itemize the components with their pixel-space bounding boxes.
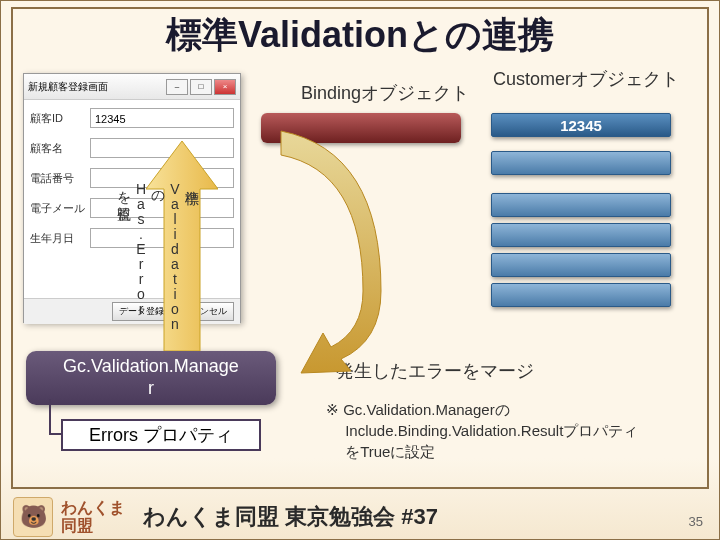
customer-id-field[interactable]: 12345	[90, 108, 234, 128]
field-label: 生年月日	[30, 231, 90, 246]
session-title: わんくま同盟 東京勉強会 #37	[143, 502, 438, 532]
customer-label: Customerオブジェクト	[493, 67, 679, 91]
field-label: 電子メール	[30, 201, 90, 216]
gc-validation-manager-box: Gc.Validation.Manage r	[26, 351, 276, 405]
tree-connector	[49, 433, 61, 435]
customer-field-box	[491, 223, 671, 247]
customer-field-box	[491, 151, 671, 175]
field-label: 顧客ID	[30, 111, 90, 126]
customer-field-box	[491, 253, 671, 277]
curved-arrow	[251, 111, 431, 401]
note-text: ※ Gc.Validation.Managerの Include.Binding…	[326, 399, 638, 462]
customer-field-box	[491, 283, 671, 307]
dialog-title-text: 新規顧客登録画面	[28, 80, 108, 94]
vertical-arrow-label: 標準Validationの Has.Errorを監視	[161, 181, 201, 321]
errors-property-box: Errors プロパティ	[61, 419, 261, 451]
field-label: 顧客名	[30, 141, 90, 156]
field-label: 電話番号	[30, 171, 90, 186]
close-icon[interactable]: ×	[214, 79, 236, 95]
maximize-icon[interactable]: □	[190, 79, 212, 95]
tree-connector	[49, 399, 51, 435]
form-row: 顧客ID12345	[30, 108, 234, 128]
minimize-icon[interactable]: –	[166, 79, 188, 95]
footer: 🐻 わんくま 同盟 わんくま同盟 東京勉強会 #37	[1, 495, 719, 539]
brand-logo-icon: 🐻	[13, 497, 53, 537]
dialog-titlebar: 新規顧客登録画面 – □ ×	[24, 74, 240, 100]
slide: 標準Validationとの連携 新規顧客登録画面 – □ × 顧客ID1234…	[0, 0, 720, 540]
customer-value-box: 12345	[491, 113, 671, 137]
customer-field-box	[491, 193, 671, 217]
page-number: 35	[689, 514, 703, 529]
brand-name: わんくま 同盟	[61, 499, 125, 534]
slide-title: 標準Validationとの連携	[1, 11, 719, 60]
binding-label: Bindingオブジェクト	[301, 81, 469, 105]
